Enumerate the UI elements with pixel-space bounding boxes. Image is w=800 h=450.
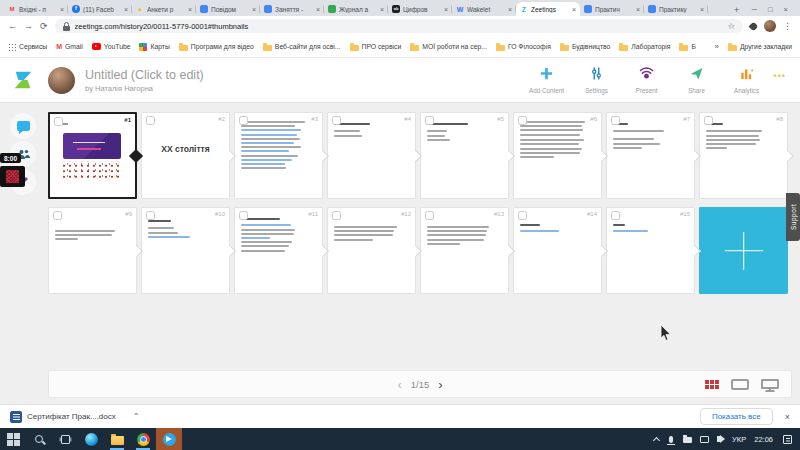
reload-icon[interactable]: ⟳ xyxy=(40,22,48,31)
show-all-downloads-button[interactable]: Показать все xyxy=(700,408,773,425)
browser-menu-icon[interactable]: ⋮ xyxy=(783,21,792,31)
slide-checkbox[interactable] xyxy=(425,211,434,220)
settings-button[interactable]: Settings xyxy=(574,66,620,94)
browser-tab[interactable]: abЦифров× xyxy=(388,2,452,16)
taskbar-chrome-button[interactable] xyxy=(130,428,156,450)
bookmark-star-icon[interactable]: ☆ xyxy=(727,21,735,31)
taskbar-file-explorer-button[interactable] xyxy=(104,428,130,450)
browser-tab[interactable]: Практику× xyxy=(644,2,708,16)
browser-tab[interactable]: Повідом× xyxy=(196,2,260,16)
profile-avatar[interactable] xyxy=(764,20,776,32)
minimize-icon[interactable]: ─ xyxy=(752,5,757,14)
slide-checkbox[interactable] xyxy=(146,116,155,125)
slide-checkbox[interactable] xyxy=(518,211,527,220)
browser-tab[interactable]: ▲Анкети р× xyxy=(132,2,196,16)
slide-checkbox[interactable] xyxy=(54,117,63,126)
present-button[interactable]: Present xyxy=(624,66,670,94)
user-avatar[interactable] xyxy=(48,67,75,94)
network-icon[interactable] xyxy=(700,436,709,443)
microphone-icon[interactable] xyxy=(669,436,673,443)
recording-indicator[interactable] xyxy=(0,166,25,187)
tab-close-icon[interactable]: × xyxy=(700,6,704,13)
browser-tab[interactable]: Журнал а× xyxy=(324,2,388,16)
language-indicator[interactable]: УКР xyxy=(732,435,746,444)
taskbar-search-button[interactable] xyxy=(26,428,52,450)
slide-thumbnail[interactable]: #8 xyxy=(699,112,788,199)
new-tab-button[interactable]: + xyxy=(730,3,744,16)
slide-thumbnail[interactable]: #15 xyxy=(606,207,695,294)
action-center-icon[interactable] xyxy=(783,435,792,444)
slide-thumbnail[interactable]: #2XX століття xyxy=(141,112,230,199)
slide-thumbnail[interactable]: #10 xyxy=(141,207,230,294)
download-menu-icon[interactable]: ⌃ xyxy=(133,412,140,421)
tab-close-icon[interactable]: × xyxy=(636,6,640,13)
slide-thumbnail[interactable]: #5 xyxy=(420,112,509,199)
slide-thumbnail[interactable]: #13 xyxy=(420,207,509,294)
slide-thumbnail[interactable]: #1 xyxy=(48,112,137,199)
download-bar-close-icon[interactable]: × xyxy=(785,412,790,422)
slide-checkbox[interactable] xyxy=(239,116,248,125)
slide-thumbnail[interactable]: #14 xyxy=(513,207,602,294)
other-bookmarks-button[interactable]: Другие закладки xyxy=(728,43,792,51)
browser-tab[interactable]: f(11) Faceb× xyxy=(68,2,132,16)
browser-tab[interactable]: Практич× xyxy=(580,2,644,16)
comments-button[interactable] xyxy=(10,113,36,139)
taskbar-edge-button[interactable] xyxy=(78,428,104,450)
presenter-view-icon[interactable] xyxy=(761,379,779,389)
maximize-icon[interactable]: □ xyxy=(768,5,773,14)
slide-checkbox[interactable] xyxy=(611,116,620,125)
next-page-icon[interactable]: › xyxy=(438,378,442,391)
slide-checkbox[interactable] xyxy=(611,211,620,220)
download-item[interactable]: Сертифікат Прак....docx ⌃ xyxy=(10,411,139,423)
zeetings-logo[interactable] xyxy=(12,69,34,91)
forward-icon[interactable]: → xyxy=(24,22,33,31)
slide-checkbox[interactable] xyxy=(332,116,341,125)
browser-tab[interactable]: Заняття -× xyxy=(260,2,324,16)
add-content-button[interactable]: Add Content xyxy=(524,66,570,94)
tray-expand-icon[interactable] xyxy=(653,436,660,443)
tab-close-icon[interactable]: × xyxy=(508,6,512,13)
tab-close-icon[interactable]: × xyxy=(572,6,576,13)
tab-close-icon[interactable]: × xyxy=(124,6,128,13)
slide-checkbox[interactable] xyxy=(704,116,713,125)
more-actions-icon[interactable]: ••• xyxy=(774,71,786,81)
bookmark-item[interactable]: МОЇ роботи на сер... xyxy=(410,43,487,51)
bookmark-item[interactable]: Веб-сайти для осві... xyxy=(263,43,341,51)
taskbar-telegram-button[interactable] xyxy=(156,428,182,450)
tab-close-icon[interactable]: × xyxy=(316,6,320,13)
slide-checkbox[interactable] xyxy=(239,211,248,220)
url-bar[interactable]: zeetings.com/history20/0011-5779-0001#th… xyxy=(55,19,743,33)
analytics-button[interactable]: Analytics xyxy=(724,66,770,94)
bookmark-item[interactable]: YouTube xyxy=(92,43,131,50)
taskbar-start-button[interactable] xyxy=(0,428,26,450)
volume-icon[interactable] xyxy=(717,436,721,442)
tab-close-icon[interactable]: × xyxy=(444,6,448,13)
browser-tab[interactable]: WWakelet× xyxy=(452,2,516,16)
support-tab[interactable]: Support xyxy=(786,193,800,241)
bookmark-item[interactable]: Сервисы xyxy=(8,43,47,51)
slide-thumbnail[interactable]: #6 xyxy=(513,112,602,199)
browser-tab[interactable]: ZZeetings× xyxy=(516,2,580,16)
tab-close-icon[interactable]: × xyxy=(60,6,64,13)
slide-thumbnail[interactable]: #4 xyxy=(327,112,416,199)
slide-thumbnail[interactable]: #11 xyxy=(234,207,323,294)
slide-checkbox[interactable] xyxy=(518,116,527,125)
tray-folder-icon[interactable] xyxy=(683,437,692,443)
bookmark-item[interactable]: Лабораторія xyxy=(619,43,670,51)
slide-view-icon[interactable] xyxy=(731,379,749,390)
bookmark-item[interactable]: Карты xyxy=(139,43,169,51)
browser-tab[interactable]: MВхідні - п× xyxy=(4,2,68,16)
slide-checkbox[interactable] xyxy=(425,116,434,125)
bookmark-item[interactable]: ГО Філософія xyxy=(496,43,551,51)
bookmark-item[interactable]: MGmail xyxy=(56,43,83,50)
slide-thumbnail[interactable]: #12 xyxy=(327,207,416,294)
bookmark-item[interactable]: ПРО сервіси xyxy=(350,43,402,51)
tab-close-icon[interactable]: × xyxy=(252,6,256,13)
extension-pin-icon[interactable] xyxy=(749,21,759,31)
slide-thumbnail[interactable]: #3 xyxy=(234,112,323,199)
taskbar-task-view-button[interactable] xyxy=(52,428,78,450)
back-icon[interactable]: ← xyxy=(8,22,17,31)
bookmarks-overflow-icon[interactable]: » xyxy=(714,42,718,51)
close-window-icon[interactable]: × xyxy=(784,5,788,14)
bookmark-item[interactable]: Програми для відео xyxy=(179,43,254,51)
